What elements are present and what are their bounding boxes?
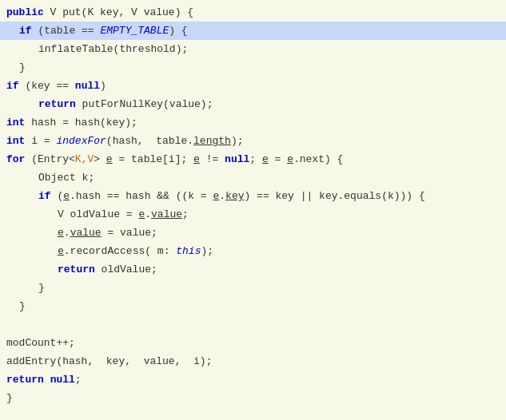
code-line-11: if ( e .hash == hash && ((k = e . key ) … [0, 187, 506, 205]
keyword-null-2: null [225, 150, 249, 168]
code-text: .recordAccess( m: [64, 242, 176, 260]
code-text: .hash == hash && ((k = [70, 187, 213, 205]
type-param-kv: K,V [75, 150, 94, 168]
code-text: ); [176, 40, 189, 58]
code-line-15: return oldValue; [0, 260, 506, 279]
code-text: } [19, 58, 26, 77]
var-e-6: e [213, 187, 219, 205]
code-editor: public V put(K key, V value) { if (table… [0, 0, 506, 420]
var-e-7: e [138, 205, 145, 224]
code-text: } [19, 297, 26, 315]
keyword-this: this [176, 242, 201, 260]
code-line-2: if (table == EMPTY_TABLE ) { [0, 22, 506, 40]
code-text: threshold [119, 40, 175, 58]
var-e-1: e [106, 150, 113, 168]
code-line-21: return null ; [0, 370, 506, 389]
code-text: ) [100, 77, 106, 95]
code-text: = [269, 150, 287, 168]
code-line-14: e .recordAccess( m: this ); [0, 242, 506, 260]
code-text: } [6, 389, 13, 407]
var-e-3: e [262, 150, 269, 168]
code-text: (hash, table. [106, 132, 193, 150]
code-line-8: int i = indexFor (hash, table. length ); [0, 132, 506, 150]
code-line-16: } [0, 279, 506, 297]
code-text: = value; [102, 224, 157, 242]
code-text: . [219, 187, 225, 205]
keyword-null: null [75, 77, 100, 95]
code-text: Object k; [38, 168, 94, 187]
code-text: modCount++; [6, 334, 75, 352]
code-text: i = [25, 132, 56, 150]
code-line-6: return putForNullKey(value); [0, 95, 506, 113]
keyword-public: public [6, 3, 44, 22]
keyword-for: for [6, 150, 25, 168]
code-line-18 [0, 315, 506, 334]
code-line-1: public V put(K key, V value) { [0, 3, 506, 22]
code-text: V [44, 3, 62, 22]
code-text: put(K key, V value) { [62, 3, 193, 22]
code-line-3: inflateTable( threshold ); [0, 40, 506, 58]
code-text [44, 370, 50, 389]
code-text: oldValue; [95, 260, 157, 279]
keyword-if-2: if [38, 187, 51, 205]
code-text: hash = hash(key); [25, 113, 137, 132]
keyword-int-1: int [6, 113, 25, 132]
keyword-int-2: int [6, 132, 25, 150]
code-text: . [145, 205, 151, 224]
code-text: ; [249, 150, 262, 168]
code-text: putForNullKey(value); [76, 95, 213, 113]
field-key: key [225, 187, 244, 205]
code-line-20: addEntry(hash, key, value, i); [0, 352, 506, 370]
code-text: ); [231, 132, 244, 150]
code-text: ) == key || key.equals(k))) { [245, 187, 425, 205]
code-text: ; [182, 205, 189, 224]
var-e-5: e [63, 187, 70, 205]
keyword-if: if [6, 77, 19, 95]
code-line-9: for (Entry< K,V > e = table[i]; e != nul… [0, 150, 506, 168]
keyword-return: return [38, 95, 76, 113]
code-text [6, 315, 13, 334]
code-text: addEntry(hash, key, value, i); [6, 352, 212, 370]
code-text: ); [201, 242, 213, 260]
var-e-4: e [287, 150, 293, 168]
code-line-19: modCount++; [0, 334, 506, 352]
code-text: != [200, 150, 225, 168]
code-text: ; [75, 370, 82, 389]
code-line-10: Object k; [0, 168, 506, 187]
code-line-7: int hash = hash(key); [0, 113, 506, 132]
code-text: = table[i]; [113, 150, 193, 168]
code-text: inflateTable( [38, 40, 119, 58]
code-line-22: } [0, 389, 506, 407]
code-text: ( [51, 187, 64, 205]
code-text: V oldValue = [58, 205, 138, 224]
keyword-return-2: return [58, 260, 95, 279]
var-e-2: e [193, 150, 200, 168]
code-text: (Entry< [25, 150, 74, 168]
field-value-2: value [70, 224, 102, 242]
constant-empty-table: EMPTY_TABLE [100, 22, 169, 40]
keyword-return-3: return [6, 370, 44, 389]
field-length: length [193, 132, 231, 150]
code-text: ) { [169, 22, 187, 40]
code-text: . [64, 224, 70, 242]
method-indexfor: indexFor [56, 132, 106, 150]
var-e-8: e [58, 224, 64, 242]
code-text: } [38, 279, 45, 297]
code-text: > [94, 150, 106, 168]
code-line-4: } [0, 58, 506, 77]
code-text: (key == [19, 77, 75, 95]
code-line-5: if (key == null ) [0, 77, 506, 95]
keyword-null-3: null [50, 370, 75, 389]
code-text: .next) { [293, 150, 343, 168]
code-line-17: } [0, 297, 506, 315]
code-line-12: V oldValue = e . value ; [0, 205, 506, 224]
keyword-if: if [19, 22, 32, 40]
field-value-1: value [151, 205, 182, 224]
code-text: (table == [32, 22, 101, 40]
code-line-13: e . value = value; [0, 224, 506, 242]
var-e-9: e [58, 242, 64, 260]
